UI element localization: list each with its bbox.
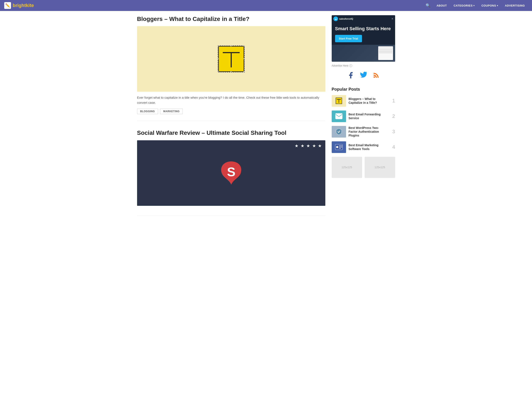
logo-icon: ✏️ <box>4 2 11 9</box>
twitter-icon[interactable] <box>360 71 367 81</box>
mock-line-3 <box>379 52 392 53</box>
post-block-1: Bloggers – What to Capitalize in a Title… <box>137 15 325 121</box>
svg-rect-9 <box>218 71 219 72</box>
post-excerpt-1: Ever forget what to capitalize in a titl… <box>137 95 325 105</box>
ad-tagline: Smart Selling Starts Here <box>335 26 392 32</box>
post-title-2[interactable]: Social Warfare Review – Ultimate Social … <box>137 129 325 137</box>
salesforce-logo: ☁ salesforceIQ <box>333 17 353 21</box>
nav-about[interactable]: ABOUT <box>434 2 450 9</box>
ad-cta-button[interactable]: Start Free Trial <box>335 35 362 42</box>
main-container: Bloggers – What to Capitalize in a Title… <box>133 11 399 228</box>
logo-text: brightkite <box>13 3 34 8</box>
nav-coupons[interactable]: COUPONS ▾ <box>479 2 501 9</box>
salesforce-name: salesforceIQ <box>339 18 353 20</box>
facebook-icon[interactable] <box>347 71 355 81</box>
info-icon[interactable]: i <box>349 64 352 67</box>
mock-line-1 <box>379 50 392 50</box>
svg-rect-17 <box>336 114 342 119</box>
popular-post-item-4: Best Email Marketing Software Tools 4 <box>332 141 395 153</box>
small-ad-1[interactable]: 125x125 <box>332 157 362 178</box>
popular-post-title-4[interactable]: Best Email Marketing Software Tools <box>349 143 388 151</box>
popular-post-item-1: Bloggers – What to Capitalize in a Title… <box>332 95 395 107</box>
popular-posts-title: Popular Posts <box>332 87 395 92</box>
post-block-2: Social Warfare Review – Ultimate Social … <box>137 129 325 215</box>
main-nav: 🔍 ABOUT CATEGORIES ▾ COUPONS ▾ ADVERTISI… <box>423 1 528 10</box>
ad-top-bar: ☁ salesforceIQ ✕ <box>332 15 395 22</box>
svg-rect-6 <box>243 45 244 46</box>
popular-post-thumb-3[interactable] <box>332 126 346 138</box>
post-featured-image-2[interactable]: ★ ★ ★ ★ ★ S <box>137 140 325 206</box>
site-header: ✏️ brightkite 🔍 ABOUT CATEGORIES ▾ COUPO… <box>0 0 532 11</box>
svg-rect-4 <box>218 45 219 46</box>
popular-post-item-2: Best Email Forwarding Service 2 <box>332 111 395 122</box>
svg-point-13 <box>374 76 375 78</box>
categories-chevron: ▾ <box>474 4 475 7</box>
small-ad-2[interactable]: 125x125 <box>365 157 395 178</box>
search-icon[interactable]: 🔍 <box>423 1 433 10</box>
ad-block: ☁ salesforceIQ ✕ Smart Selling Starts He… <box>332 15 395 62</box>
svg-rect-5 <box>231 45 231 46</box>
social-icons-row <box>332 71 395 81</box>
popular-post-number-3: 3 <box>390 129 395 135</box>
post-tags-1: BLOGGING MARKETING <box>137 109 325 114</box>
post-featured-image-1[interactable] <box>137 26 325 92</box>
mock-line-2 <box>379 51 392 52</box>
svg-text:S: S <box>227 165 235 179</box>
sidebar: ☁ salesforceIQ ✕ Smart Selling Starts He… <box>332 15 395 224</box>
title-icon-svg <box>217 45 245 73</box>
rss-icon[interactable] <box>372 71 380 81</box>
svg-rect-11 <box>243 71 244 72</box>
tag-marketing[interactable]: MARKETING <box>160 109 183 114</box>
mock-screen-content <box>378 49 393 60</box>
popular-post-title-3[interactable]: Best WordPress Two-Factor Authentication… <box>349 126 388 138</box>
mock-screen-bar <box>378 46 393 49</box>
ad-device-image <box>332 45 395 62</box>
popular-post-number-2: 2 <box>390 113 395 119</box>
svg-rect-8 <box>243 58 244 59</box>
ad-close-button[interactable]: ✕ <box>391 17 393 20</box>
nav-categories[interactable]: CATEGORIES ▾ <box>451 2 478 9</box>
svg-point-20 <box>336 146 338 148</box>
popular-post-thumb-1[interactable] <box>332 95 346 107</box>
sf-circle-icon: ☁ <box>333 17 338 21</box>
small-ads-row: 125x125 125x125 <box>332 157 395 178</box>
popular-post-thumb-4[interactable] <box>332 141 346 153</box>
mock-screen <box>378 46 393 60</box>
post-title-1[interactable]: Bloggers – What to Capitalize in a Title… <box>137 15 325 23</box>
advertise-here: Advertise Here i <box>332 64 395 67</box>
popular-posts-section: Popular Posts Bloggers – What to Capital… <box>332 87 395 153</box>
site-logo[interactable]: ✏️ brightkite <box>4 2 34 9</box>
svg-rect-7 <box>218 58 219 59</box>
popular-post-title-1[interactable]: Bloggers – What to Capitalize in a Title… <box>349 97 388 105</box>
star-rating: ★ ★ ★ ★ ★ <box>295 143 322 148</box>
content-area: Bloggers – What to Capitalize in a Title… <box>137 15 325 224</box>
coupons-chevron: ▾ <box>497 4 498 7</box>
popular-post-title-2[interactable]: Best Email Forwarding Service <box>349 112 388 120</box>
popular-post-number-1: 1 <box>390 98 395 104</box>
nav-advertising[interactable]: ADVERTISING <box>502 2 528 9</box>
sw-logo-svg: S <box>217 159 245 187</box>
svg-rect-10 <box>231 71 231 72</box>
popular-post-thumb-2[interactable] <box>332 111 346 122</box>
ad-content: Smart Selling Starts Here Start Free Tri… <box>332 22 395 45</box>
popular-post-number-4: 4 <box>390 144 395 150</box>
tag-blogging[interactable]: BLOGGING <box>137 109 158 114</box>
popular-post-item-3: Best WordPress Two-Factor Authentication… <box>332 126 395 138</box>
